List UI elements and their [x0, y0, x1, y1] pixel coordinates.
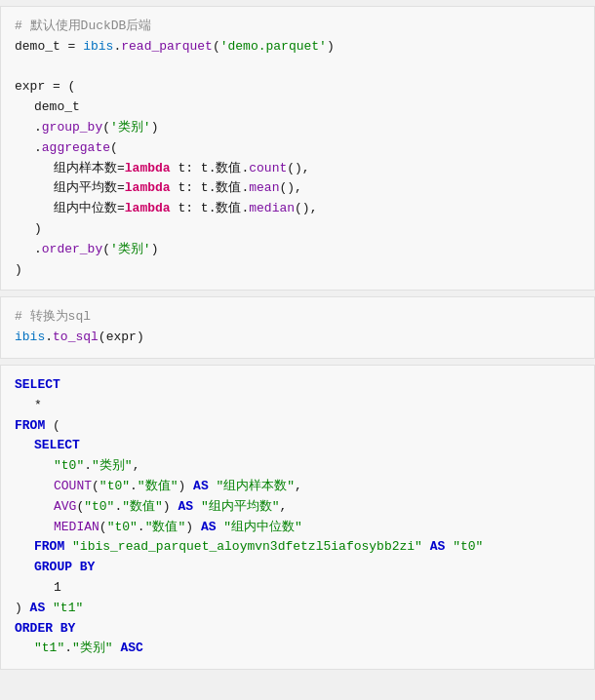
- sql-inner-select: SELECT: [15, 436, 580, 456]
- sql-from-inner: FROM "ibis_read_parquet_aloymvn3dfetzl5i…: [15, 537, 580, 558]
- code-block-python: # 默认使用DuckDB后端 demo_t = ibis.read_parque…: [0, 6, 595, 291]
- comment-line-2: # 转换为sql: [15, 307, 580, 328]
- code-line-aggregate: .aggregate(: [15, 138, 580, 159]
- code-line-mean: 组内平均数=lambda t: t.数值.mean(),: [15, 178, 580, 199]
- sql-col-avg: AVG("t0"."数值") AS "组内平均数",: [15, 497, 580, 518]
- code-line-agg-close: ): [15, 219, 580, 240]
- sql-order-by: ORDER BY: [15, 619, 580, 640]
- sql-group-val: 1: [15, 578, 580, 599]
- code-line-demo: demo_t = ibis.read_parquet('demo.parquet…: [15, 37, 580, 58]
- sql-group-by: GROUP BY: [15, 558, 580, 578]
- sql-col-median: MEDIAN("t0"."数值") AS "组内中位数": [15, 518, 580, 538]
- sql-col-count: COUNT("t0"."数值") AS "组内样本数",: [15, 477, 580, 497]
- code-line-expr-close: ): [15, 260, 580, 281]
- sql-subquery-alias: ) AS "t1": [15, 599, 580, 619]
- code-line-count: 组内样本数=lambda t: t.数值.count(),: [15, 159, 580, 179]
- code-line-median: 组内中位数=lambda t: t.数值.median(),: [15, 199, 580, 219]
- code-line-demo-t: demo_t: [15, 97, 580, 118]
- sql-order-col: "t1"."类别" ASC: [15, 639, 580, 659]
- sql-from: FROM (: [15, 416, 580, 437]
- comment-line-1: # 默认使用DuckDB后端: [15, 17, 580, 37]
- code-line-to-sql: ibis.to_sql(expr): [15, 328, 580, 348]
- code-block-to-sql: # 转换为sql ibis.to_sql(expr): [0, 296, 595, 359]
- sql-col-category: "t0"."类别",: [15, 456, 580, 477]
- code-line-expr-open: expr = (: [15, 77, 580, 97]
- code-line-group-by: .group_by('类别'): [15, 118, 580, 138]
- page-container: # 默认使用DuckDB后端 demo_t = ibis.read_parque…: [0, 6, 595, 670]
- sql-select: SELECT: [15, 375, 580, 396]
- code-block-sql-output: SELECT * FROM ( SELECT "t0"."类别", COUNT(…: [0, 365, 595, 670]
- sql-star: *: [15, 396, 580, 416]
- code-line-order-by: .order_by('类别'): [15, 240, 580, 260]
- code-line-blank1: [15, 58, 580, 78]
